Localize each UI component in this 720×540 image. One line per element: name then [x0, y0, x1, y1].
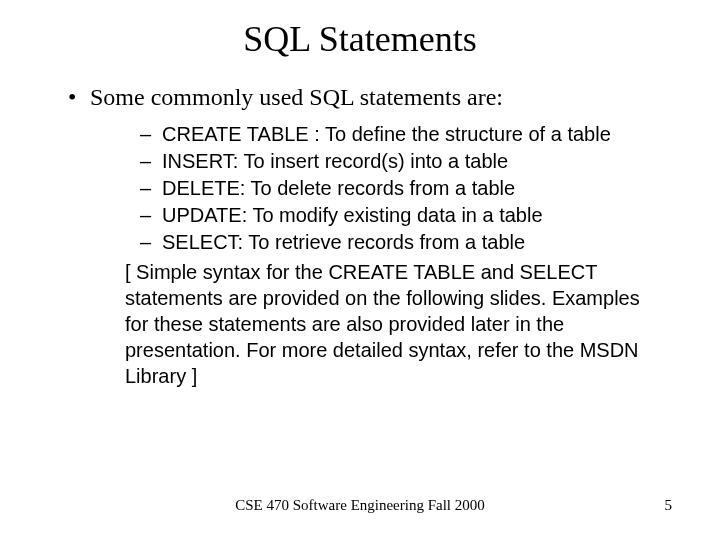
- list-item: DELETE: To delete records from a table: [140, 175, 670, 201]
- footer-page-number: 5: [665, 497, 673, 514]
- slide-title: SQL Statements: [50, 18, 670, 60]
- intro-bullet: Some commonly used SQL statements are:: [50, 84, 670, 111]
- note-text: [ Simple syntax for the CREATE TABLE and…: [125, 259, 640, 389]
- list-item: SELECT: To retrieve records from a table: [140, 229, 670, 255]
- footer: CSE 470 Software Engineering Fall 2000 5: [0, 497, 720, 514]
- list-item: UPDATE: To modify existing data in a tab…: [140, 202, 670, 228]
- list-item: INSERT: To insert record(s) into a table: [140, 148, 670, 174]
- list-item: CREATE TABLE : To define the structure o…: [140, 121, 670, 147]
- slide: SQL Statements Some commonly used SQL st…: [0, 0, 720, 540]
- statement-list: CREATE TABLE : To define the structure o…: [50, 121, 670, 255]
- footer-course: CSE 470 Software Engineering Fall 2000: [0, 497, 720, 514]
